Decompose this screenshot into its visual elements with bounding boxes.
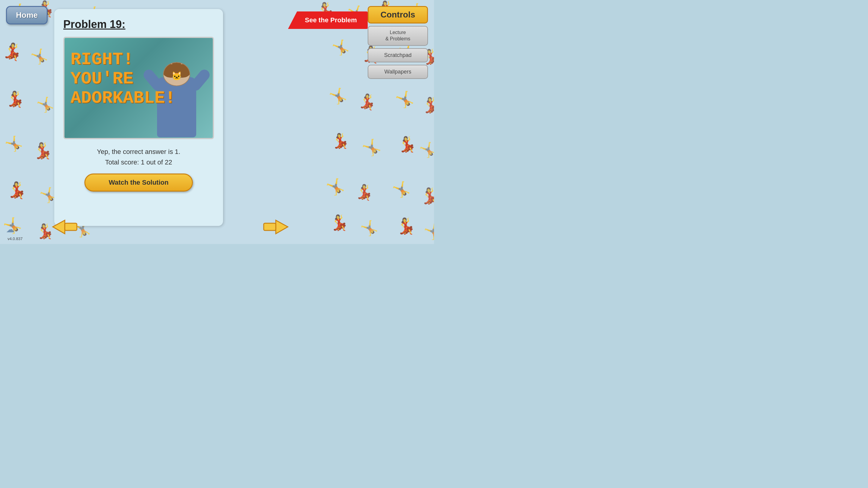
svg-rect-3 (264, 223, 276, 230)
svg-rect-1 (65, 223, 77, 230)
right-text: RIGHT! YOU'RE ADORKABLE! (70, 50, 176, 107)
score-text: Yep, the correct answer is 1. Total scor… (63, 147, 214, 167)
right-arrow-icon (262, 219, 289, 235)
watch-solution-button[interactable]: Watch the Solution (84, 173, 193, 192)
controls-title-button[interactable]: Controls (368, 6, 428, 24)
nav-left-button[interactable] (51, 219, 79, 236)
left-arrow-icon (51, 219, 79, 235)
result-image-area: RIGHT! YOU'RE ADORKABLE! 🐱 (63, 37, 214, 139)
wallpapers-button[interactable]: Wallpapers (368, 65, 428, 79)
home-button[interactable]: Home (6, 6, 48, 24)
scratchpad-button[interactable]: Scratchpad (368, 48, 428, 62)
cat-arm-right (188, 67, 212, 93)
see-problem-banner[interactable]: See the Problem (288, 11, 368, 29)
svg-marker-0 (53, 220, 65, 234)
lecture-problems-button[interactable]: Lecture & Problems (368, 26, 428, 46)
nav-right-button[interactable] (262, 219, 289, 236)
svg-marker-2 (276, 220, 288, 234)
version-text: v4.0.837 (7, 226, 23, 241)
main-card: Problem 19: RIGHT! YOU'RE ADORKABLE! 🐱 (54, 9, 223, 226)
cat-ear-right (181, 62, 188, 64)
problem-title: Problem 19: (63, 18, 214, 31)
controls-panel: Controls Lecture & Problems Scratchpad W… (368, 6, 428, 79)
